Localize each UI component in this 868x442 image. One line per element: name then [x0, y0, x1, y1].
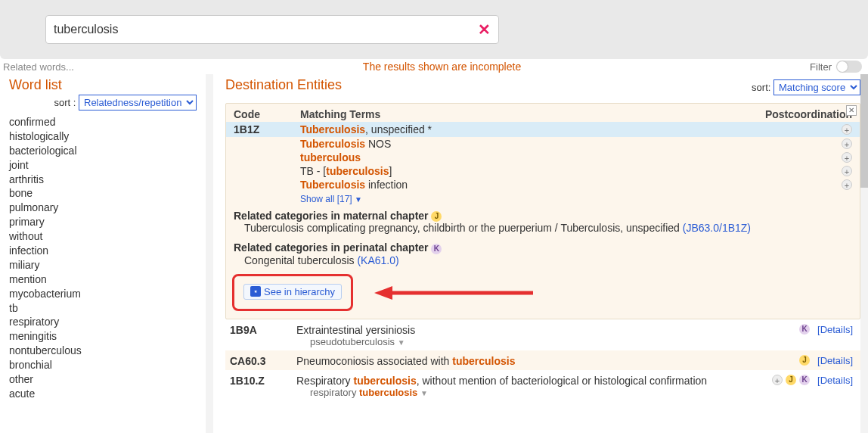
word-list-item[interactable]: bronchial — [9, 358, 197, 372]
word-list-item[interactable]: acute — [9, 387, 197, 401]
chapter-badge-icon: K — [799, 375, 810, 385]
word-list-item[interactable]: arthritis — [9, 173, 197, 187]
code-link[interactable]: (KA61.0) — [357, 254, 398, 266]
main-result-box: ✕ Code Matching Terms Postcoordination 1… — [225, 103, 860, 319]
other-result-row[interactable]: 1B10.ZRespiratory tuberculosis, without … — [225, 370, 860, 401]
word-list: confirmedhistologicallybacteriologicaljo… — [9, 115, 197, 401]
result-code — [234, 179, 300, 191]
other-result-row[interactable]: CA60.3Pneumoconiosis associated with tub… — [225, 350, 860, 370]
incomplete-warning: The results shown are incomplete — [74, 61, 810, 73]
clear-search-icon[interactable]: ✕ — [478, 20, 491, 39]
postcoordination-cell: + — [761, 123, 852, 135]
word-list-item[interactable]: primary — [9, 215, 197, 229]
chapter-badge-icon: J — [786, 375, 796, 385]
matching-term-row[interactable]: Tuberculosis infection+ — [226, 178, 860, 191]
word-list-item[interactable]: joint — [9, 158, 197, 173]
word-list-item[interactable]: other — [9, 372, 197, 387]
matching-term-row[interactable]: tuberculous+ — [226, 151, 860, 164]
result-term: Extraintestinal yersiniosispseudotubercu… — [296, 324, 799, 347]
word-list-item[interactable]: respiratory — [9, 315, 197, 329]
header-terms: Matching Terms — [300, 108, 761, 120]
word-list-sort-select[interactable]: Relatedness/repetition — [79, 95, 197, 110]
chevron-down-icon: ▼ — [355, 195, 362, 204]
result-code — [234, 165, 300, 177]
result-term: Tuberculosis, unspecified * — [300, 123, 761, 135]
hierarchy-button-highlight: ⭑ See in hierarchy — [232, 274, 353, 311]
header-postcoordination: Postcoordination — [761, 108, 852, 120]
matching-term-row[interactable]: Tuberculosis NOS+ — [226, 137, 860, 151]
result-term: Tuberculosis NOS — [300, 138, 761, 150]
postcoordination-add-icon[interactable]: + — [842, 166, 852, 176]
other-result-row[interactable]: 1B9AExtraintestinal yersiniosispseudotub… — [225, 319, 860, 350]
sort-label-right: sort: — [752, 82, 770, 93]
see-in-hierarchy-button[interactable]: ⭑ See in hierarchy — [243, 284, 342, 300]
svg-marker-1 — [374, 286, 392, 300]
word-list-sort: sort : Relatedness/repetition — [9, 95, 197, 110]
word-list-item[interactable]: miliary — [9, 258, 197, 272]
close-result-icon[interactable]: ✕ — [846, 105, 857, 116]
sub-term[interactable]: pseudotuberculosis ▼ — [296, 336, 799, 347]
word-list-item[interactable]: meningitis — [9, 329, 197, 344]
result-term: tuberculous — [300, 151, 761, 163]
hierarchy-icon: ⭑ — [250, 286, 261, 297]
filter-area: Filter — [810, 61, 862, 73]
related-detail[interactable]: Tuberculosis complicating pregnancy, chi… — [234, 222, 852, 234]
filter-toggle[interactable] — [836, 61, 862, 73]
show-all-link[interactable]: Show all [17] ▼ — [300, 194, 362, 204]
details-link[interactable]: [Details] — [817, 324, 853, 335]
related-category-section: Related categories in perinatal chapter … — [226, 237, 860, 269]
postcoordination-add-icon[interactable]: + — [842, 139, 852, 149]
word-list-panel: Word list sort : Relatedness/repetition … — [0, 74, 213, 433]
results-sort-select[interactable]: Matching score — [773, 79, 860, 95]
result-code — [234, 138, 300, 150]
chapter-badge-icon: K — [799, 324, 810, 335]
result-term: Pneumoconiosis associated with tuberculo… — [296, 355, 799, 367]
chevron-down-icon: ▼ — [398, 338, 405, 347]
postcoordination-cell: + — [761, 138, 852, 150]
word-list-item[interactable]: bacteriological — [9, 144, 197, 158]
matching-term-row[interactable]: TB - [tuberculosis]+ — [226, 164, 860, 178]
hierarchy-button-label: See in hierarchy — [264, 286, 335, 297]
chapter-badge-icon: J — [799, 355, 810, 366]
result-code: 1B10.Z — [230, 375, 296, 387]
details-link[interactable]: [Details] — [817, 375, 853, 386]
left-scrollbar-thumb[interactable] — [206, 74, 213, 120]
word-list-item[interactable]: nontuberculous — [9, 344, 197, 358]
details-link[interactable]: [Details] — [817, 355, 853, 366]
related-title: Related categories in maternal chapter — [234, 210, 429, 222]
result-badges: K[Details] — [799, 324, 853, 335]
word-list-item[interactable]: pulmonary — [9, 201, 197, 215]
postcoordination-add-icon[interactable]: + — [842, 124, 852, 135]
word-list-item[interactable]: mention — [9, 272, 197, 287]
code-link[interactable]: (JB63.0/1B1Z) — [683, 222, 751, 234]
result-code: 1B9A — [230, 324, 296, 336]
related-detail[interactable]: Congenital tuberculosis (KA61.0) — [234, 254, 852, 266]
postcoordination-cell: + — [761, 165, 852, 177]
related-title: Related categories in perinatal chapter — [234, 241, 429, 254]
related-words-label: Related words... — [3, 61, 74, 73]
result-badges: J[Details] — [799, 355, 853, 366]
word-list-item[interactable]: mycobacterium — [9, 287, 197, 301]
filter-label: Filter — [810, 61, 832, 73]
search-box[interactable]: ✕ — [45, 15, 499, 44]
postcoordination-add-icon[interactable]: + — [842, 152, 852, 163]
postcoordination-cell: + — [761, 179, 852, 191]
word-list-item[interactable]: histologically — [9, 129, 197, 144]
results-panel: Destination Entities sort: Matching scor… — [213, 74, 868, 433]
word-list-item[interactable]: bone — [9, 186, 197, 201]
matching-term-row[interactable]: 1B1ZTuberculosis, unspecified *+ — [226, 122, 860, 137]
search-input[interactable] — [54, 23, 478, 36]
word-list-item[interactable]: infection — [9, 244, 197, 258]
right-scrollbar-track[interactable] — [860, 74, 868, 433]
right-scrollbar-thumb[interactable] — [860, 74, 868, 188]
postcoordination-add-icon[interactable]: + — [772, 375, 783, 385]
word-list-item[interactable]: without — [9, 229, 197, 244]
word-list-item[interactable]: confirmed — [9, 115, 197, 129]
sub-term[interactable]: respiratory tuberculosis ▼ — [296, 387, 772, 398]
postcoordination-add-icon[interactable]: + — [842, 179, 852, 190]
result-term: Respiratory tuberculosis, without mentio… — [296, 375, 772, 398]
word-list-item[interactable]: tb — [9, 301, 197, 316]
result-code: CA60.3 — [230, 355, 296, 367]
result-code — [234, 151, 300, 163]
result-term: TB - [tuberculosis] — [300, 165, 761, 177]
